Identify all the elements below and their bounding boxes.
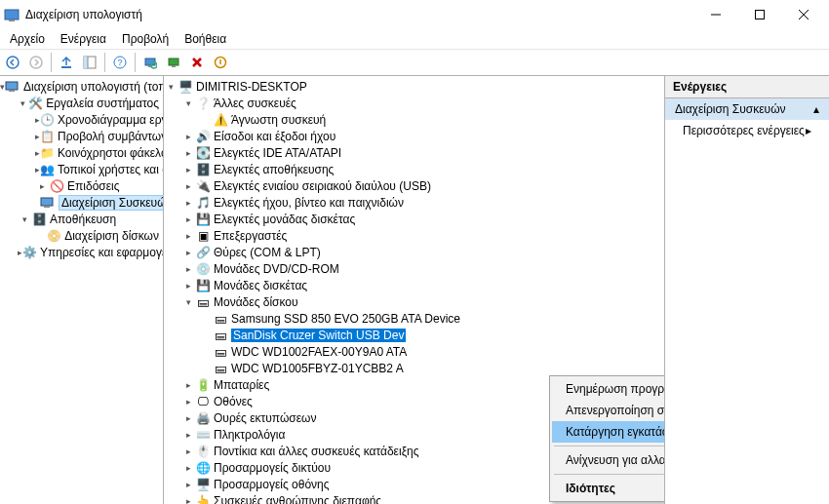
expand-icon[interactable]: ▸ xyxy=(181,413,195,423)
expand-icon[interactable]: ▸ xyxy=(181,248,195,257)
tree-task-scheduler[interactable]: ▸🕒Χρονοδιάγραμμα εργα xyxy=(35,111,163,128)
up-button[interactable] xyxy=(56,52,77,73)
cat-sound-video-game[interactable]: ▸🎵Ελεγκτές ήχου, βίντεο και παιχνιδιών xyxy=(181,194,664,211)
expand-icon[interactable]: ▸ xyxy=(181,264,195,274)
svg-rect-3 xyxy=(755,11,764,19)
device-unknown[interactable]: ▸⚠️Άγνωστη συσκευή xyxy=(199,111,664,128)
console-tree[interactable]: ▾ Διαχείριση υπολογιστή (τοπικ ▾ 🛠️ Εργα… xyxy=(0,76,164,504)
svg-point-7 xyxy=(30,57,42,68)
expand-icon[interactable]: ▸ xyxy=(181,380,195,390)
cat-disk-drives[interactable]: ▾🖴Μονάδες δίσκου xyxy=(181,293,664,310)
ctx-disable-device[interactable]: Απενεργοποίηση συσκευής xyxy=(552,400,665,421)
expand-icon[interactable]: ▸ xyxy=(181,231,195,241)
tree-shared-folders[interactable]: ▸📁Κοινόχρηστοι φάκελοι xyxy=(35,144,163,161)
collapse-icon[interactable]: ▾ xyxy=(164,82,178,92)
display-adapter-icon: 🖥️ xyxy=(195,477,211,492)
actions-more[interactable]: Περισσότερες ενέργειες ▸ xyxy=(665,120,829,141)
ctx-properties[interactable]: Ιδιότητες xyxy=(552,478,665,499)
tree-services-apps[interactable]: ▸⚙️Υπηρεσίες και εφαρμογές xyxy=(18,244,163,260)
svg-rect-24 xyxy=(41,198,53,206)
collapse-icon[interactable]: ▾ xyxy=(181,297,195,307)
tree-root-computer-management[interactable]: ▾ Διαχείριση υπολογιστή (τοπικ xyxy=(0,78,163,95)
cat-ports[interactable]: ▸🔗Θύρες (COM & LPT) xyxy=(181,244,664,260)
cat-processors[interactable]: ▸▣Επεξεργαστές xyxy=(181,227,664,244)
toolbar-separator xyxy=(51,53,52,72)
disk-samsung-ssd[interactable]: ▸🖴Samsung SSD 850 EVO 250GB ATA Device xyxy=(199,310,664,327)
forward-button[interactable] xyxy=(25,52,47,73)
help-button[interactable]: ? xyxy=(109,52,131,73)
svg-rect-23 xyxy=(9,90,15,92)
audio-io-icon: 🔊 xyxy=(195,129,211,144)
battery-icon: 🔋 xyxy=(195,377,211,393)
expand-icon[interactable]: ▸ xyxy=(181,281,195,291)
svg-rect-1 xyxy=(9,19,15,21)
device-manager-icon xyxy=(40,195,56,211)
cat-usb-controllers[interactable]: ▸🔌Ελεγκτές ενιαίου σειριακού διαύλου (US… xyxy=(181,177,664,194)
cat-floppy-controllers[interactable]: ▸💾Ελεγκτές μονάδας δισκέτας xyxy=(181,211,664,227)
expand-icon[interactable]: ▸ xyxy=(181,214,195,224)
collapse-icon[interactable]: ▾ xyxy=(181,98,195,108)
ctx-scan-hardware[interactable]: Ανίχνευση για αλλαγές υλικού xyxy=(552,449,665,471)
cat-floppy-drives[interactable]: ▸💾Μονάδες δισκέτας xyxy=(181,277,664,293)
back-button[interactable] xyxy=(2,52,23,73)
disable-button[interactable] xyxy=(210,52,231,73)
hdd-icon: 🖴 xyxy=(213,361,228,376)
expand-icon[interactable]: ▸ xyxy=(181,480,195,489)
mouse-icon: 🖱️ xyxy=(195,444,211,459)
expand-icon[interactable]: ▸ xyxy=(181,132,195,141)
collapse-icon[interactable]: ▾ xyxy=(18,98,28,108)
expand-icon[interactable]: ▸ xyxy=(181,198,195,208)
expand-icon[interactable]: ▸ xyxy=(181,148,195,158)
actions-main[interactable]: Διαχείριση Συσκευών ▴ xyxy=(665,98,829,120)
ctx-separator xyxy=(554,446,665,446)
disk-drives-icon: 🖴 xyxy=(195,294,211,310)
menu-action[interactable]: Ενέργεια xyxy=(53,30,114,48)
menu-file[interactable]: Αρχείο xyxy=(2,30,53,48)
cat-audio-io[interactable]: ▸🔊Είσοδοι και έξοδοι ήχου xyxy=(181,128,664,144)
hdd-icon: 🖴 xyxy=(213,344,228,360)
cat-ide-ata[interactable]: ▸💽Ελεγκτές IDE ATA/ATAPI xyxy=(181,144,664,161)
cat-storage-controllers[interactable]: ▸🗄️Ελεγκτές αποθήκευσης xyxy=(181,161,664,177)
cat-dvd-cdrom[interactable]: ▸💿Μονάδες DVD/CD-ROM xyxy=(181,260,664,277)
shared-folder-icon: 📁 xyxy=(40,145,55,161)
tree-disk-management[interactable]: ▸📀Διαχείριση δίσκων xyxy=(35,227,163,244)
menu-view[interactable]: Προβολή xyxy=(114,30,177,48)
tree-device-manager[interactable]: ▸Διαχείριση Συσκευών xyxy=(35,194,163,211)
expand-icon[interactable]: ▸ xyxy=(181,181,195,191)
expand-icon[interactable]: ▸ xyxy=(181,496,195,505)
ctx-update-driver[interactable]: Ενημέρωση προγράμματος οδήγησης xyxy=(552,378,665,400)
svg-rect-8 xyxy=(61,66,71,68)
collapse-icon[interactable]: ▾ xyxy=(18,214,31,224)
other-devices-icon: ❔ xyxy=(195,96,211,111)
menu-help[interactable]: Βοήθεια xyxy=(177,30,234,48)
device-root[interactable]: ▾ 🖥️ DIMITRIS-DESKTOP xyxy=(164,78,664,95)
uninstall-button[interactable] xyxy=(186,52,208,73)
tree-system-tools[interactable]: ▾ 🛠️ Εργαλεία συστήματος xyxy=(18,95,163,111)
disk-wdc-1[interactable]: ▸🖴WDC WD1002FAEX-00Y9A0 ATA xyxy=(199,343,664,360)
expand-icon[interactable]: ▸ xyxy=(181,397,195,407)
tree-storage[interactable]: ▾ 🗄️ Αποθήκευση xyxy=(18,211,163,227)
minimize-button[interactable] xyxy=(693,1,737,28)
show-hide-tree-button[interactable] xyxy=(79,52,100,73)
close-button[interactable] xyxy=(781,1,825,28)
hid-icon: 👆 xyxy=(195,493,211,505)
disk-wdc-2[interactable]: ▸🖴WDC WD1005FBYZ-01YCBB2 A xyxy=(199,360,664,376)
expand-icon[interactable]: ▸ xyxy=(181,463,195,473)
expand-icon[interactable]: ▸ xyxy=(35,181,49,191)
tree-event-viewer[interactable]: ▸📋Προβολή συμβάντων xyxy=(35,128,163,144)
cat-other-devices[interactable]: ▾❔Άλλες συσκευές xyxy=(181,95,664,111)
scan-hardware-button[interactable] xyxy=(139,52,161,73)
disk-sandisk-usb[interactable]: ▸🖴SanDisk Cruzer Switch USB Dev xyxy=(199,327,664,343)
floppy-ctl-icon: 💾 xyxy=(195,212,211,227)
tree-local-users[interactable]: ▸👥Τοπικοί χρήστες και ομ xyxy=(35,161,163,177)
users-icon: 👥 xyxy=(40,162,55,177)
expand-icon[interactable]: ▸ xyxy=(181,446,195,456)
maximize-button[interactable] xyxy=(737,1,781,28)
tree-performance[interactable]: ▸🚫Επιδόσεις xyxy=(35,177,163,194)
expand-icon[interactable]: ▸ xyxy=(181,165,195,174)
expand-icon[interactable]: ▸ xyxy=(181,430,195,440)
device-tree[interactable]: ▾ 🖥️ DIMITRIS-DESKTOP ▾❔Άλλες συσκευές ▸… xyxy=(164,76,665,504)
update-driver-button[interactable] xyxy=(163,52,184,73)
chevron-right-icon: ▸ xyxy=(806,124,811,137)
ctx-uninstall-device[interactable]: Κατάργηση εγκατάστασης συσκευής xyxy=(552,421,665,443)
